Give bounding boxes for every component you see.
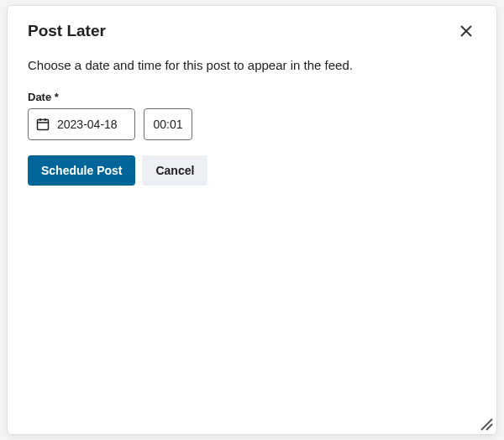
svg-line-6 (481, 419, 492, 430)
datetime-inputs (28, 108, 476, 140)
action-buttons: Schedule Post Cancel (28, 155, 476, 186)
post-later-modal: Post Later Choose a date and time for th… (7, 5, 497, 435)
close-button[interactable] (456, 21, 476, 41)
cancel-button[interactable]: Cancel (142, 155, 207, 186)
calendar-icon (36, 118, 50, 131)
svg-rect-2 (38, 120, 49, 130)
time-input-container[interactable] (144, 108, 192, 140)
modal-description: Choose a date and time for this post to … (28, 56, 476, 74)
modal-header: Post Later (8, 6, 496, 50)
modal-title: Post Later (28, 22, 106, 40)
scroll-spacer (28, 186, 476, 434)
modal-body: Choose a date and time for this post to … (8, 50, 496, 434)
date-input-container[interactable] (28, 108, 135, 140)
time-input[interactable] (153, 118, 183, 131)
resize-grip-icon (478, 416, 493, 431)
date-field-label: Date * (28, 91, 476, 103)
date-input[interactable] (57, 118, 126, 131)
resize-handle[interactable] (478, 416, 493, 431)
schedule-post-button[interactable]: Schedule Post (28, 155, 135, 186)
close-icon (459, 24, 473, 38)
